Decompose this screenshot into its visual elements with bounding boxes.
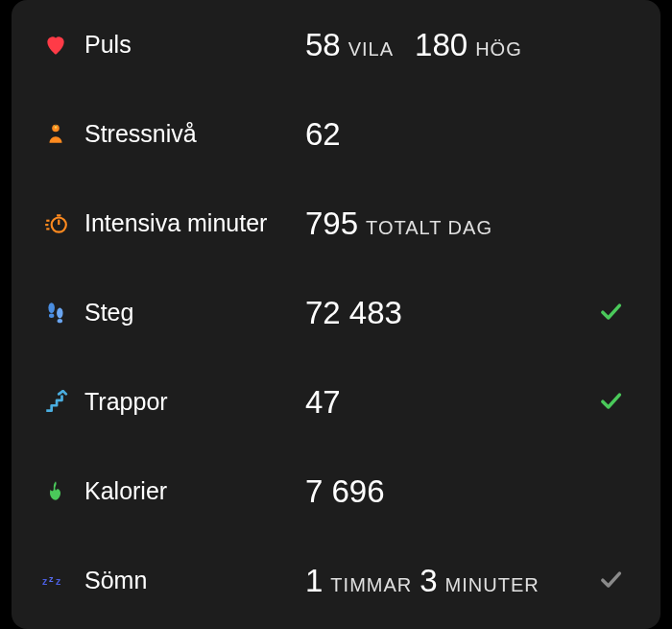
svg-point-9 bbox=[57, 307, 63, 318]
stat-value: 62 bbox=[305, 116, 591, 153]
stat-row-intensity[interactable]: Intensiva minuter 795 TOTALT DAG bbox=[12, 179, 660, 268]
stat-label: Sömn bbox=[84, 567, 305, 594]
stat-label: Kalorier bbox=[84, 477, 305, 505]
stat-row-stress[interactable]: Stressnivå 62 bbox=[12, 89, 660, 179]
stat-value: 72 483 bbox=[305, 295, 591, 331]
svg-text:z: z bbox=[42, 575, 47, 587]
svg-text:z: z bbox=[49, 574, 54, 584]
checkmark-icon bbox=[597, 387, 624, 418]
stat-value: 1 TIMMAR 3 MINUTER bbox=[305, 563, 591, 599]
stat-value: 47 bbox=[305, 384, 591, 421]
stat-row-calories[interactable]: Kalorier 7 696 bbox=[12, 447, 660, 536]
stairs-icon bbox=[42, 389, 69, 416]
stat-label: Puls bbox=[84, 31, 305, 59]
stat-value: 7 696 bbox=[305, 473, 591, 510]
stat-label: Intensiva minuter bbox=[84, 209, 305, 237]
footsteps-icon bbox=[42, 300, 69, 327]
stat-row-sleep[interactable]: z z z Sömn 1 TIMMAR 3 MINUTER bbox=[12, 536, 660, 625]
health-stats-panel: Puls 58 VILA 180 HÖG Stressnivå 62 bbox=[12, 0, 660, 629]
stress-icon bbox=[42, 121, 69, 148]
svg-point-8 bbox=[49, 313, 54, 317]
checkmark-icon bbox=[597, 298, 624, 328]
stat-row-floors[interactable]: Trappor 47 bbox=[12, 357, 660, 447]
svg-rect-6 bbox=[57, 214, 60, 216]
stat-row-pulse[interactable]: Puls 58 VILA 180 HÖG bbox=[12, 0, 660, 89]
stopwatch-icon bbox=[42, 210, 69, 237]
stat-label: Stressnivå bbox=[84, 120, 305, 148]
stat-label: Trappor bbox=[84, 388, 305, 416]
svg-text:z: z bbox=[56, 575, 60, 587]
svg-point-7 bbox=[48, 302, 55, 313]
sleep-icon: z z z bbox=[42, 568, 69, 594]
svg-point-10 bbox=[58, 318, 62, 322]
flame-icon bbox=[42, 478, 69, 505]
stat-value: 795 TOTALT DAG bbox=[305, 206, 591, 242]
heart-icon bbox=[42, 32, 69, 59]
stat-value: 58 VILA 180 HÖG bbox=[305, 27, 591, 63]
stat-row-steps[interactable]: Steg 72 483 bbox=[12, 268, 660, 357]
stat-label: Steg bbox=[84, 299, 305, 327]
checkmark-icon bbox=[597, 566, 624, 596]
